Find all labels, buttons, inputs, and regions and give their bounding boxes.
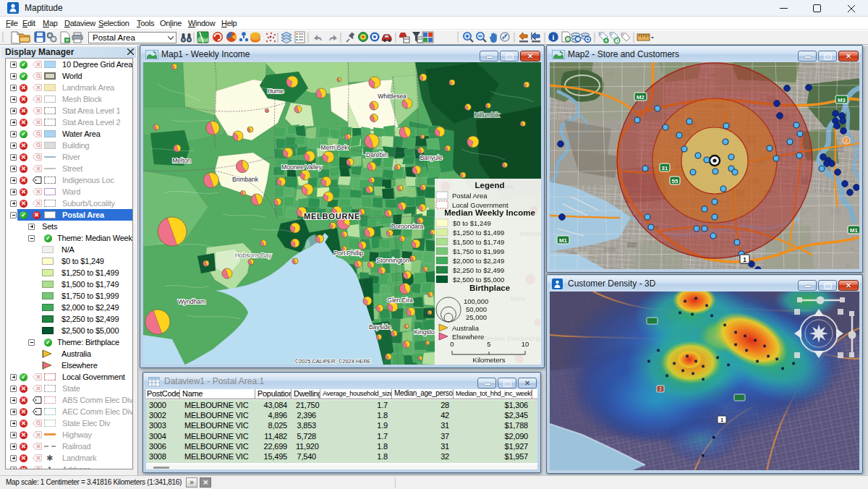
svg-text:31: 31	[662, 165, 668, 171]
svg-text:2: 2	[845, 138, 848, 143]
svg-text:Brimbank: Brimbank	[232, 176, 259, 183]
svg-text:Darebin: Darebin	[366, 151, 388, 158]
svg-text:$1,500 to $1,749: $1,500 to $1,749	[453, 238, 504, 246]
svg-text:Kingston: Kingston	[414, 328, 438, 336]
svg-text:Greater Dandenong: Greater Dandenong	[483, 335, 541, 342]
svg-text:Moonee Valley: Moonee Valley	[281, 163, 322, 171]
svg-text:Boroondara: Boroondara	[391, 223, 424, 230]
svg-text:0: 0	[450, 340, 454, 348]
svg-text:Glen Eira: Glen Eira	[387, 297, 413, 304]
svg-text:Wyndham: Wyndham	[178, 298, 205, 305]
svg-text:55: 55	[672, 178, 678, 184]
svg-text:100,000: 100,000	[464, 297, 488, 305]
svg-text:25,000: 25,000	[466, 313, 487, 321]
svg-text:Bayside: Bayside	[369, 323, 391, 331]
svg-text:Nillumbik: Nillumbik	[475, 111, 500, 119]
svg-text:$1,750 to $1,999: $1,750 to $1,999	[453, 247, 504, 255]
svg-text:M2: M2	[637, 94, 645, 101]
svg-text:$2,250 to $2,499: $2,250 to $2,499	[453, 266, 504, 274]
svg-text:M1: M1	[850, 227, 859, 234]
svg-text:50,000: 50,000	[466, 305, 487, 313]
svg-text:1: 1	[720, 417, 723, 423]
svg-text:Whittlesea: Whittlesea	[378, 93, 407, 100]
svg-text:Knox: Knox	[511, 295, 526, 302]
svg-text:Birthplace: Birthplace	[469, 284, 510, 292]
svg-text:$1,250 to $1,499: $1,250 to $1,499	[453, 229, 504, 237]
svg-text:Maroon: Maroon	[519, 230, 541, 237]
svg-text:$2,500 to $5,000: $2,500 to $5,000	[453, 276, 504, 284]
svg-text:Median Weekly Income: Median Weekly Income	[444, 208, 535, 217]
svg-text:i: i	[553, 33, 555, 41]
svg-text:Port Phillip: Port Phillip	[334, 250, 364, 257]
svg-text:2: 2	[659, 386, 662, 391]
svg-text:Legend: Legend	[475, 181, 505, 190]
svg-text:Elsewhere: Elsewhere	[452, 333, 484, 341]
svg-text:Postal Area: Postal Area	[452, 192, 488, 200]
svg-text:Stonnington: Stonnington	[376, 257, 409, 264]
svg-text:Banyule: Banyule	[420, 154, 443, 161]
svg-text:5: 5	[487, 340, 490, 348]
svg-text:10: 10	[522, 340, 529, 348]
svg-text:Merri-Bek: Merri-Bek	[321, 144, 349, 151]
svg-text:Melton: Melton	[172, 157, 191, 164]
svg-text:Hume: Hume	[268, 88, 284, 95]
svg-text:$2,000 to $2,249: $2,000 to $2,249	[453, 257, 504, 265]
svg-text:©2025 CALIPER; ©2024 HERE: ©2025 CALIPER; ©2024 HERE	[294, 358, 371, 365]
svg-text:Australia: Australia	[452, 324, 480, 332]
svg-text:1: 1	[743, 256, 746, 263]
svg-text:M3: M3	[838, 97, 846, 103]
svg-text:Hobsons Bay: Hobsons Bay	[235, 252, 272, 259]
svg-text:M1: M1	[559, 237, 568, 244]
svg-text:MELBOURNE: MELBOURNE	[304, 212, 360, 221]
svg-text:Kilometers: Kilometers	[473, 356, 506, 364]
svg-text:$0 to $1,249: $0 to $1,249	[453, 219, 491, 227]
